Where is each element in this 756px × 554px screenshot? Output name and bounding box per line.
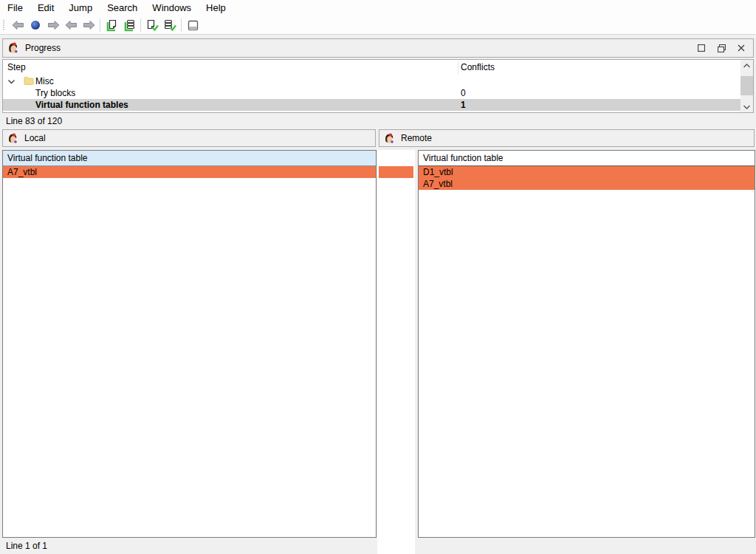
app-ida-icon — [7, 42, 19, 54]
row-conflicts-value: 1 — [461, 100, 466, 110]
restore-button[interactable] — [712, 41, 730, 55]
close-icon — [738, 44, 745, 52]
folder-icon — [24, 76, 34, 86]
progress-title: Progress — [25, 43, 61, 53]
progress-titlebar[interactable]: Progress — [2, 38, 754, 58]
scroll-up-button[interactable] — [740, 60, 753, 71]
row-label: Misc — [35, 76, 54, 86]
menu-bar: File Edit Jump Search Windows Help — [0, 0, 756, 16]
local-pane-title: Local — [24, 133, 46, 143]
chevron-down-icon — [743, 105, 750, 109]
app-ida-icon — [384, 133, 395, 144]
menu-search[interactable]: Search — [100, 0, 145, 16]
toolbar-grip[interactable] — [3, 24, 4, 26]
row-label: Virtual function tables — [35, 100, 128, 110]
chevron-up-icon — [743, 64, 750, 68]
remote-column-header[interactable]: Virtual function table — [419, 151, 755, 166]
menu-windows[interactable]: Windows — [145, 0, 199, 16]
apply-database-button[interactable] — [161, 17, 179, 33]
menu-help[interactable]: Help — [199, 0, 233, 16]
window-button[interactable] — [184, 17, 202, 33]
progress-table: Step Conflicts Misc Try blocks 0 Virtual… — [2, 59, 754, 113]
take-local-file-icon — [106, 19, 118, 32]
next-conflict-button[interactable] — [80, 17, 97, 33]
apply-file-button[interactable] — [143, 17, 161, 33]
maximize-button[interactable] — [693, 41, 710, 55]
remote-titlebar[interactable]: Remote — [379, 129, 755, 147]
remote-list-item-d1-vtbl[interactable]: D1_vtbl — [419, 166, 755, 178]
close-button[interactable] — [732, 41, 750, 55]
conflict-link-block[interactable] — [379, 166, 413, 178]
take-local-database-button[interactable] — [120, 17, 138, 33]
toolbar — [0, 16, 756, 35]
vertical-scrollbar[interactable] — [740, 60, 753, 112]
current-position-sphere-icon — [30, 19, 41, 31]
take-local-file-button[interactable] — [103, 17, 120, 33]
apply-database-icon — [163, 19, 176, 32]
prev-conflict-icon — [65, 19, 78, 31]
menu-edit[interactable]: Edit — [30, 0, 61, 16]
nav-forward-button[interactable] — [44, 17, 62, 33]
apply-file-icon — [145, 19, 159, 32]
scroll-down-button[interactable] — [740, 101, 753, 112]
merge-gutter — [377, 150, 415, 554]
next-conflict-icon — [83, 19, 95, 31]
app-ida-icon — [7, 133, 18, 144]
local-list-pane: Virtual function table A7_vtbl — [2, 150, 377, 538]
scrollbar-thumb[interactable] — [740, 76, 753, 95]
table-row-try-blocks[interactable]: Try blocks 0 — [3, 87, 740, 99]
current-position-button[interactable] — [27, 17, 44, 33]
column-header-step[interactable]: Step — [7, 62, 26, 72]
column-header-conflicts[interactable]: Conflicts — [461, 62, 495, 72]
menu-jump[interactable]: Jump — [61, 0, 100, 16]
local-column-header[interactable]: Virtual function table — [3, 151, 376, 166]
remote-list-pane: Virtual function table D1_vtbl A7_vtbl — [418, 150, 755, 538]
toolbar-separator — [181, 18, 182, 32]
row-label: Try blocks — [35, 88, 75, 98]
window-icon — [187, 19, 199, 32]
local-titlebar[interactable]: Local — [2, 129, 376, 147]
table-row-misc[interactable]: Misc — [3, 75, 740, 87]
restore-icon — [718, 44, 726, 52]
remote-list-item-a7-vtbl[interactable]: A7_vtbl — [419, 178, 755, 190]
row-conflicts-value: 0 — [461, 88, 466, 98]
nav-back-button[interactable] — [9, 17, 27, 33]
remote-pane-title: Remote — [401, 133, 432, 143]
chevron-down-icon[interactable] — [7, 78, 16, 86]
prev-conflict-button[interactable] — [62, 17, 80, 33]
progress-status-line: Line 83 of 120 — [6, 116, 62, 126]
bottom-status-line: Line 1 of 1 — [6, 541, 47, 551]
nav-forward-icon — [47, 19, 60, 31]
maximize-icon — [698, 44, 705, 52]
column-divider — [458, 61, 458, 74]
local-list-item-a7-vtbl[interactable]: A7_vtbl — [3, 166, 376, 178]
take-local-database-icon — [123, 19, 136, 32]
progress-table-header: Step Conflicts — [3, 60, 753, 75]
toolbar-separator — [140, 18, 141, 32]
toolbar-separator — [100, 18, 100, 32]
menu-file[interactable]: File — [0, 0, 30, 16]
table-row-virtual-function-tables[interactable]: Virtual function tables 1 — [3, 99, 740, 111]
nav-back-icon — [12, 19, 24, 31]
